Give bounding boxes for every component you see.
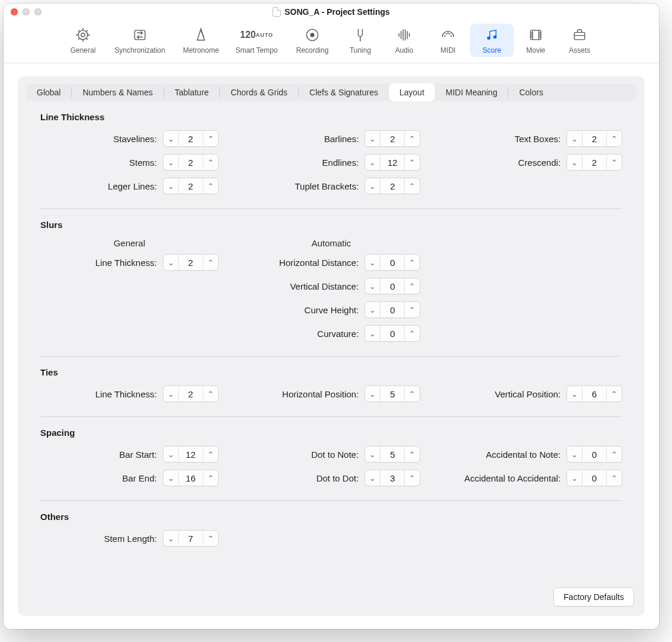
chevron-up-icon[interactable]: ⌃ xyxy=(606,470,622,486)
subtab-chords-grids[interactable]: Chords & Grids xyxy=(220,84,298,101)
chevron-up-icon[interactable]: ⌃ xyxy=(203,531,218,546)
chevron-up-icon[interactable]: ⌃ xyxy=(404,386,420,402)
chevron-up-icon[interactable]: ⌃ xyxy=(606,386,622,402)
zoom-window-button[interactable] xyxy=(34,8,41,15)
tuning-fork-icon xyxy=(350,26,370,44)
subtab-global[interactable]: Global xyxy=(26,84,71,101)
stepper-accidental-to-note[interactable]: ⌄ 0 ⌃ xyxy=(567,446,622,463)
stepper-vertical-distance[interactable]: ⌄ 0 ⌃ xyxy=(364,278,420,294)
svg-point-1 xyxy=(81,33,85,37)
chevron-up-icon[interactable]: ⌃ xyxy=(203,255,218,270)
chevron-down-icon[interactable]: ⌄ xyxy=(365,255,380,270)
toolbar-tuning[interactable]: Tuning xyxy=(338,24,382,57)
svg-point-22 xyxy=(446,33,447,34)
chevron-up-icon[interactable]: ⌃ xyxy=(404,255,420,270)
stepper-curve-height[interactable]: ⌄ 0 ⌃ xyxy=(364,301,420,318)
subtab-midi-meaning[interactable]: MIDI Meaning xyxy=(435,84,508,101)
stepper-barlines[interactable]: ⌄ 2 ⌃ xyxy=(364,130,420,147)
chevron-down-icon[interactable]: ⌄ xyxy=(365,131,380,146)
record-icon xyxy=(302,26,322,44)
chevron-down-icon[interactable]: ⌄ xyxy=(365,178,380,194)
stepper-slur-line-thickness[interactable]: ⌄ 2 ⌃ xyxy=(163,254,219,271)
subtab-layout[interactable]: Layout xyxy=(389,84,435,101)
chevron-down-icon[interactable]: ⌄ xyxy=(164,255,179,270)
stepper-horizontal-distance[interactable]: ⌄ 0 ⌃ xyxy=(364,254,420,271)
minimize-window-button[interactable] xyxy=(23,8,30,15)
subtab-clefs-signatures[interactable]: Clefs & Signatures xyxy=(299,84,389,101)
chevron-down-icon[interactable]: ⌄ xyxy=(365,470,380,486)
stepper-dot-to-note[interactable]: ⌄ 5 ⌃ xyxy=(364,446,420,463)
toolbar-score[interactable]: Score xyxy=(470,24,514,57)
chevron-up-icon[interactable]: ⌃ xyxy=(203,178,218,194)
chevron-up-icon[interactable]: ⌃ xyxy=(203,386,218,402)
toolbar-recording[interactable]: Recording xyxy=(286,24,338,57)
chevron-down-icon[interactable]: ⌄ xyxy=(164,447,179,462)
chevron-up-icon[interactable]: ⌃ xyxy=(606,447,622,462)
chevron-up-icon[interactable]: ⌃ xyxy=(203,470,218,486)
toolbar-movie[interactable]: Movie xyxy=(514,24,558,57)
toolbar-audio[interactable]: Audio xyxy=(382,24,426,57)
chevron-down-icon[interactable]: ⌄ xyxy=(567,131,583,146)
chevron-up-icon[interactable]: ⌃ xyxy=(203,131,218,146)
chevron-down-icon[interactable]: ⌄ xyxy=(164,470,179,486)
chevron-down-icon[interactable]: ⌄ xyxy=(365,386,380,402)
stepper-text-boxes[interactable]: ⌄ 2 ⌃ xyxy=(567,130,622,147)
subtab-colors[interactable]: Colors xyxy=(508,84,553,101)
stepper-stems[interactable]: ⌄ 2 ⌃ xyxy=(163,154,219,171)
chevron-down-icon[interactable]: ⌄ xyxy=(164,155,179,170)
chevron-down-icon[interactable]: ⌄ xyxy=(365,302,380,317)
toolbar-midi[interactable]: MIDI xyxy=(426,24,470,57)
label-leger-lines: Leger Lines: xyxy=(40,181,157,191)
stepper-accidental-to-accidental[interactable]: ⌄ 0 ⌃ xyxy=(567,470,622,486)
stepper-bar-end[interactable]: ⌄ 16 ⌃ xyxy=(163,470,219,486)
chevron-down-icon[interactable]: ⌄ xyxy=(567,470,583,486)
chevron-down-icon[interactable]: ⌄ xyxy=(567,155,583,170)
chevron-up-icon[interactable]: ⌃ xyxy=(404,178,420,194)
toolbar-synchronization[interactable]: Synchronization xyxy=(105,24,175,57)
stepper-stem-length[interactable]: ⌄ 7 ⌃ xyxy=(163,530,219,547)
toolbar-label: Tuning xyxy=(350,46,371,54)
stepper-leger-lines[interactable]: ⌄ 2 ⌃ xyxy=(163,178,219,194)
chevron-up-icon[interactable]: ⌃ xyxy=(404,447,420,462)
chevron-up-icon[interactable]: ⌃ xyxy=(404,470,420,486)
chevron-down-icon[interactable]: ⌄ xyxy=(365,326,380,341)
stepper-bar-start[interactable]: ⌄ 12 ⌃ xyxy=(163,446,219,463)
stepper-horizontal-position[interactable]: ⌄ 5 ⌃ xyxy=(364,386,420,402)
chevron-up-icon[interactable]: ⌃ xyxy=(203,447,218,462)
toolbar-general[interactable]: General xyxy=(61,24,105,57)
chevron-up-icon[interactable]: ⌃ xyxy=(404,326,420,341)
chevron-up-icon[interactable]: ⌃ xyxy=(606,131,622,146)
stepper-crescendi[interactable]: ⌄ 2 ⌃ xyxy=(567,154,622,171)
chevron-down-icon[interactable]: ⌄ xyxy=(365,447,380,462)
stepper-stavelines[interactable]: ⌄ 2 ⌃ xyxy=(163,130,219,147)
chevron-down-icon[interactable]: ⌄ xyxy=(567,386,583,402)
close-window-button[interactable] xyxy=(11,8,18,15)
chevron-up-icon[interactable]: ⌃ xyxy=(203,155,218,170)
chevron-up-icon[interactable]: ⌃ xyxy=(606,155,622,170)
toolbar-assets[interactable]: Assets xyxy=(558,24,601,57)
stepper-tie-line-thickness[interactable]: ⌄ 2 ⌃ xyxy=(163,386,219,402)
document-icon xyxy=(273,7,281,17)
label-barlines: Barlines: xyxy=(242,134,359,144)
stepper-curvature[interactable]: ⌄ 0 ⌃ xyxy=(364,325,420,342)
stepper-vertical-position[interactable]: ⌄ 6 ⌃ xyxy=(567,386,622,402)
stepper-dot-to-dot[interactable]: ⌄ 3 ⌃ xyxy=(364,470,420,486)
stepper-tuplet-brackets[interactable]: ⌄ 2 ⌃ xyxy=(364,178,420,194)
stepper-endlines[interactable]: ⌄ 12 ⌃ xyxy=(364,154,420,171)
chevron-up-icon[interactable]: ⌃ xyxy=(404,131,420,146)
chevron-down-icon[interactable]: ⌄ xyxy=(365,278,380,294)
subtab-tablature[interactable]: Tablature xyxy=(164,84,220,101)
chevron-down-icon[interactable]: ⌄ xyxy=(567,447,583,462)
chevron-up-icon[interactable]: ⌃ xyxy=(404,155,420,170)
toolbar-metronome[interactable]: Metronome xyxy=(175,24,227,57)
chevron-down-icon[interactable]: ⌄ xyxy=(164,386,179,402)
subtab-numbers-names[interactable]: Numbers & Names xyxy=(72,84,163,101)
factory-defaults-button[interactable]: Factory Defaults xyxy=(553,588,634,606)
chevron-down-icon[interactable]: ⌄ xyxy=(164,178,179,194)
chevron-up-icon[interactable]: ⌃ xyxy=(404,302,420,317)
toolbar-smart-tempo[interactable]: 120AUTO Smart Tempo xyxy=(227,24,286,57)
chevron-down-icon[interactable]: ⌄ xyxy=(365,155,380,170)
chevron-down-icon[interactable]: ⌄ xyxy=(164,131,179,146)
chevron-down-icon[interactable]: ⌄ xyxy=(164,531,179,546)
chevron-up-icon[interactable]: ⌃ xyxy=(404,278,420,294)
